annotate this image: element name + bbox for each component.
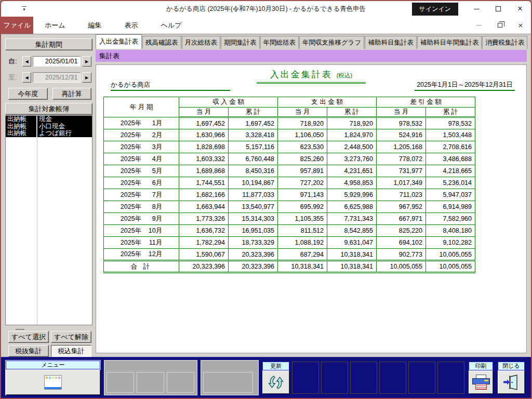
report-tab[interactable]: 期間集計表	[221, 36, 260, 49]
close-window-button[interactable]: 閉じる	[498, 362, 525, 394]
table-row: 2025年3月 1,828,698 5,157,116 623,530 2,44…	[104, 141, 475, 153]
table-row: 2025年6月 1,744,551 10,194,867 727,202 4,9…	[104, 177, 475, 189]
menu-button-label: メニュー	[6, 361, 100, 369]
toolbar-empty-slot	[379, 362, 406, 394]
toolbar-empty-slot	[408, 362, 435, 394]
menu-button[interactable]: メニュー	[37, 362, 64, 394]
refresh-button[interactable]: 更新	[262, 362, 289, 394]
report-header: 入出金集計表 (税込) かるがる商店 2025年1月1日～2025年12月31日	[96, 65, 526, 92]
col-balance-header: 差 引 金 額	[377, 97, 475, 108]
table-row: 2025年8月 1,663,944 13,540,977 695,992 6,6…	[104, 201, 475, 213]
book-list-item[interactable]: 出納帳 小口現金	[6, 123, 92, 130]
tax-included-button[interactable]: 税込集計	[51, 345, 91, 357]
table-row: 2025年5月 1,689,868 8,450,316 957,891 4,23…	[104, 165, 475, 177]
book-type: 出納帳	[6, 123, 37, 130]
doc-restore-button[interactable]	[489, 17, 510, 34]
sidebar: 集計期間 自: ◀ ▶ 至: ◀ ▶ 今年度 再計算 集計対象帳簿	[4, 37, 94, 357]
sub-current-header: 当 月	[278, 108, 327, 117]
col-expense-header: 支 出 金 額	[278, 97, 377, 108]
select-all-button[interactable]: すべて選択	[8, 331, 49, 343]
splitter-handle[interactable]	[16, 329, 24, 330]
print-button[interactable]: 印刷	[469, 362, 493, 394]
report-title-suffix: (税込)	[337, 72, 353, 78]
report-tab[interactable]: 補助科目集計表	[365, 36, 417, 49]
book-name: 現金	[37, 116, 52, 123]
table-row: 2025年2月 1,630,966 3,328,418 1,106,050 1,…	[104, 129, 475, 141]
deselect-all-button[interactable]: すべて解除	[51, 331, 91, 343]
this-year-button[interactable]: 今年度	[8, 88, 48, 100]
report-panel: 入出金集計表 (税込) かるがる商店 2025年1月1日～2025年12月31日…	[96, 64, 527, 353]
report-tab[interactable]: 年間総括表	[260, 36, 299, 49]
col-month-header: 年 月 期	[104, 97, 179, 117]
book-list-item[interactable]: 出納帳 現金	[6, 116, 92, 123]
from-date-input[interactable]	[33, 56, 81, 66]
to-next-button[interactable]: ▶	[82, 72, 91, 83]
books-header: 集計対象帳簿	[5, 103, 92, 115]
book-list-divider	[37, 116, 37, 325]
menu-help[interactable]: ヘルプ	[150, 17, 193, 34]
menu-view[interactable]: 表示	[113, 17, 150, 34]
doc-minimize-button[interactable]	[469, 17, 489, 34]
toolbar-empty-slot	[350, 362, 377, 394]
quick-access-icon[interactable]: ▾	[22, 6, 26, 11]
to-prev-button[interactable]: ◀	[22, 72, 32, 83]
book-list-item[interactable]: 出納帳 よつば銀行	[6, 130, 92, 137]
book-type: 出納帳	[6, 116, 37, 123]
app-window: ▾ かるがる商店 (2025年(令和7年)10月30日) - かるがるできる青色…	[0, 0, 532, 399]
report-tab[interactable]: 年間収支推移グラフ	[299, 36, 364, 49]
book-list[interactable]: 出納帳 現金 出納帳 小口現金 出納帳 よつば銀行	[5, 115, 92, 325]
table-row: 2025年4月 1,603,332 6,760,448 825,260 3,27…	[104, 153, 475, 165]
total-row: 合 計 20,323,396 20,323,396 10,318,341 10,…	[104, 261, 475, 273]
close-button[interactable]: ×	[509, 1, 531, 17]
report-tab[interactable]: 月次総括表	[182, 36, 221, 49]
toolbar-empty-slot	[137, 372, 164, 393]
printer-icon	[472, 375, 490, 390]
table-row: 2025年10月 1,636,732 16,951,035 811,512 8,…	[104, 225, 475, 237]
book-type: 出納帳	[6, 130, 37, 137]
from-prev-button[interactable]: ◀	[22, 56, 32, 66]
refresh-arrows-icon	[268, 374, 284, 391]
from-next-button[interactable]: ▶	[82, 56, 91, 66]
signin-button[interactable]: サインイン	[412, 3, 458, 16]
menu-edit[interactable]: 編集	[77, 17, 113, 34]
tab-strip: 入出金集計表残高確認表月次総括表期間集計表年間総括表年間収支推移グラフ補助科目集…	[95, 34, 528, 49]
sub-cumulative-header: 累 計	[327, 108, 377, 117]
menu-home[interactable]: ホーム	[33, 17, 77, 34]
report-tab[interactable]: 補助科目年間集計表	[417, 36, 482, 49]
toolbar-group-2	[104, 360, 197, 395]
toolbar-empty-slot	[107, 372, 134, 393]
tax-excluded-button[interactable]: 税抜集計	[8, 345, 49, 357]
toolbar-empty-slot	[203, 372, 253, 393]
to-date-input[interactable]	[33, 72, 81, 83]
sub-current-header: 当 月	[377, 108, 426, 117]
doc-close-button[interactable]: ×	[510, 17, 531, 34]
sub-cumulative-header: 累 計	[426, 108, 475, 117]
report-tab[interactable]: 入出金集計表	[96, 34, 142, 49]
table-row: 2025年7月 1,682,166 11,877,033 971,143 5,9…	[104, 189, 475, 201]
report-tab[interactable]: 消費税集計表	[482, 36, 527, 49]
table-row: 2025年12月 1,590,067 20,323,396 687,294 10…	[104, 249, 475, 261]
table-row: 2025年9月 1,773,326 15,314,303 1,105,355 7…	[104, 213, 475, 225]
toolbar-group-1: ヘルプ ? メニュー	[5, 360, 101, 395]
to-label: 至:	[8, 73, 21, 82]
minimize-button[interactable]	[466, 1, 487, 17]
content-area: 入出金集計表残高確認表月次総括表期間集計表年間総括表年間収支推移グラフ補助科目集…	[95, 34, 528, 357]
recalculate-button[interactable]: 再計算	[52, 88, 92, 100]
menu-window-icon	[44, 375, 62, 390]
toolbar-empty-slot	[292, 362, 319, 394]
title-bar: ▾ かるがる商店 (2025年(令和7年)10月30日) - かるがるできる青色…	[1, 1, 531, 17]
menu-file[interactable]: ファイル	[1, 17, 33, 34]
summary-table: 年 月 期 収 入 金 額 支 出 金 額 差 引 金 額 当 月 累 計 当 …	[103, 97, 475, 273]
print-button-label: 印刷	[469, 362, 493, 370]
col-income-header: 収 入 金 額	[179, 97, 278, 108]
exit-door-icon	[502, 374, 520, 391]
sub-current-header: 当 月	[179, 108, 229, 117]
report-tab[interactable]: 残高確認表	[142, 36, 181, 49]
toolbar-empty-slot	[167, 372, 194, 393]
book-name: 小口現金	[37, 123, 65, 130]
maximize-button[interactable]	[487, 1, 509, 17]
bottom-toolbar: ヘルプ ? メニュー	[1, 357, 531, 399]
table-row: 2025年1月 1,697,452 1,697,452 718,920 718,…	[104, 117, 475, 129]
toolbar-empty-slot	[321, 362, 348, 394]
close-button-label: 閉じる	[498, 362, 525, 370]
